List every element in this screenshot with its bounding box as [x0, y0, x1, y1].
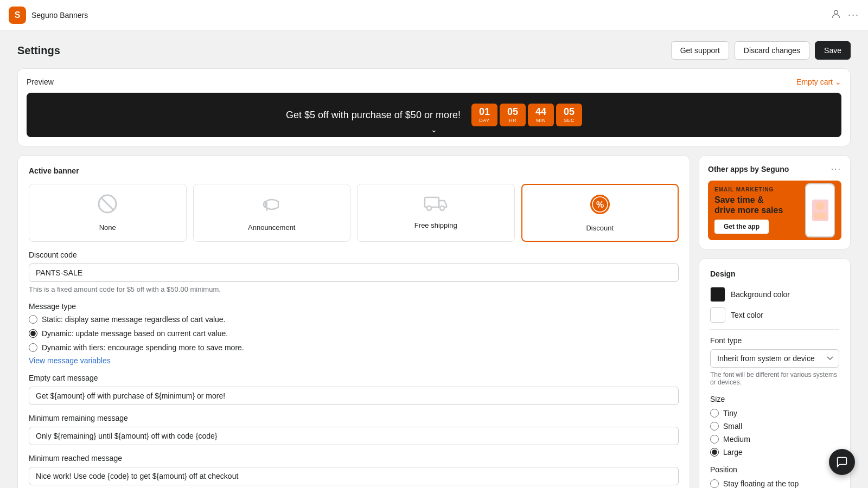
chat-button[interactable] — [829, 449, 855, 475]
preview-header: Preview Empty cart ⌄ — [27, 78, 841, 86]
design-card: Design Background color Text color Font … — [699, 258, 851, 488]
countdown: 01 DAY 05 HR 44 MIN 05 SEC — [471, 104, 582, 126]
font-type-select[interactable]: Inherit from system or device — [710, 349, 839, 368]
svg-rect-5 — [425, 197, 439, 207]
background-color-swatch[interactable] — [710, 287, 725, 302]
design-title: Design — [710, 269, 839, 278]
svg-point-0 — [834, 10, 838, 14]
font-hint: The font will be different for various s… — [710, 371, 839, 386]
svg-line-2 — [101, 197, 114, 210]
other-apps-header: Other apps by Seguno ··· — [708, 164, 841, 174]
empty-cart-message-section: Empty cart message — [29, 374, 679, 405]
size-small[interactable]: Small — [710, 422, 839, 431]
email-marketing-banner[interactable]: EMAIL MARKETING Save time &drive more sa… — [708, 181, 841, 240]
message-type-section: Message type Static: display same messag… — [29, 302, 679, 365]
active-banner-card: Active banner None — [17, 155, 690, 488]
countdown-sec-label: SEC — [561, 118, 577, 123]
countdown-hr-value: 05 — [505, 107, 520, 117]
svg-point-7 — [440, 206, 444, 210]
topbar-right: ··· — [831, 9, 859, 21]
background-color-row: Background color — [710, 287, 839, 302]
minimum-reached-input[interactable] — [29, 467, 679, 485]
countdown-hr-label: HR — [505, 118, 520, 123]
left-panel: Active banner None — [17, 155, 690, 488]
text-color-label: Text color — [731, 311, 763, 319]
text-color-swatch[interactable] — [710, 307, 725, 323]
position-section: Position Stay floating at the top — [710, 465, 839, 488]
size-tiny-radio[interactable] — [710, 409, 719, 418]
discard-changes-button[interactable]: Discard changes — [735, 41, 809, 60]
topbar-more-icon[interactable]: ··· — [848, 9, 859, 21]
banner-expand-icon[interactable]: ⌄ — [431, 125, 437, 134]
banner-type-none-label: None — [38, 223, 177, 232]
font-type-label: Font type — [710, 336, 839, 345]
countdown-min-value: 44 — [533, 107, 548, 117]
countdown-day-label: DAY — [477, 118, 492, 123]
minimum-reached-section: Minimum reached message — [29, 454, 679, 485]
banner-preview-text: Get $5 off with purchase of $50 or more! — [286, 110, 461, 121]
position-floating[interactable]: Stay floating at the top — [710, 479, 839, 488]
size-medium-radio[interactable] — [710, 435, 719, 444]
discount-code-section: Discount code This is a fixed amount cod… — [29, 251, 679, 293]
shipping-icon — [366, 193, 506, 217]
size-large[interactable]: Large — [710, 448, 839, 457]
size-section: Size Tiny Small Medium — [710, 395, 839, 457]
other-apps-more-icon[interactable]: ··· — [831, 164, 841, 174]
banner-type-discount[interactable]: % Discount — [521, 184, 679, 242]
size-medium[interactable]: Medium — [710, 435, 839, 444]
banner-preview: Get $5 off with purchase of $50 or more!… — [27, 93, 841, 137]
empty-cart-message-label: Empty cart message — [29, 374, 679, 382]
message-type-radio-group: Static: display same message regardless … — [29, 315, 679, 352]
topbar: S Seguno Banners ··· — [0, 0, 868, 30]
app-name: Seguno Banners — [31, 11, 88, 20]
countdown-min: 44 MIN — [528, 104, 554, 126]
message-type-dynamic-tiers[interactable]: Dynamic with tiers: encourage spending m… — [29, 343, 679, 352]
discount-code-input[interactable] — [29, 264, 679, 282]
countdown-sec: 05 SEC — [556, 104, 582, 126]
banner-type-none[interactable]: None — [29, 184, 187, 242]
size-small-radio[interactable] — [710, 422, 719, 431]
message-type-static-radio[interactable] — [29, 315, 37, 324]
get-support-button[interactable]: Get support — [671, 41, 729, 60]
message-type-static-label: Static: display same message regardless … — [42, 315, 226, 324]
size-large-radio[interactable] — [710, 448, 719, 457]
email-marketing-tag: EMAIL MARKETING — [714, 187, 835, 192]
position-floating-radio[interactable] — [710, 479, 719, 488]
message-type-dynamic-radio[interactable] — [29, 329, 37, 338]
empty-cart-button[interactable]: Empty cart ⌄ — [796, 78, 841, 86]
header-actions: Get support Discard changes Save — [671, 41, 851, 60]
none-icon — [38, 193, 177, 219]
main-content: Active banner None — [0, 155, 868, 488]
empty-cart-message-input[interactable] — [29, 387, 679, 405]
size-options: Tiny Small Medium Large — [710, 409, 839, 457]
empty-cart-label: Empty cart — [796, 78, 833, 86]
minimum-reached-label: Minimum reached message — [29, 454, 679, 463]
user-icon[interactable] — [831, 9, 841, 21]
active-banner-title: Active banner — [29, 166, 679, 175]
other-apps-card: Other apps by Seguno ··· EMAIL MARKETING… — [699, 155, 851, 249]
position-floating-label: Stay floating at the top — [723, 479, 799, 488]
banner-type-announcement[interactable]: Announcement — [193, 184, 351, 242]
email-marketing-get-app-button[interactable]: Get the app — [714, 220, 769, 234]
message-type-dynamic-label: Dynamic: update message based on current… — [42, 329, 228, 338]
message-type-dynamic-tiers-radio[interactable] — [29, 343, 37, 352]
message-type-dynamic[interactable]: Dynamic: update message based on current… — [29, 329, 679, 338]
banner-type-free-shipping[interactable]: Free shipping — [357, 184, 515, 242]
minimum-remaining-section: Minimum remaining message — [29, 414, 679, 445]
discount-code-label: Discount code — [29, 251, 679, 259]
chevron-down-icon: ⌄ — [835, 78, 841, 86]
right-panel: Other apps by Seguno ··· EMAIL MARKETING… — [699, 155, 851, 488]
countdown-day-value: 01 — [477, 107, 492, 117]
save-button[interactable]: Save — [815, 41, 851, 60]
countdown-sec-value: 05 — [561, 107, 577, 117]
view-message-variables-link[interactable]: View message variables — [29, 356, 111, 365]
message-type-static[interactable]: Static: display same message regardless … — [29, 315, 679, 324]
size-medium-label: Medium — [723, 435, 750, 444]
countdown-day: 01 DAY — [471, 104, 497, 126]
preview-label: Preview — [27, 78, 54, 86]
message-type-label: Message type — [29, 302, 679, 311]
svg-point-6 — [427, 206, 431, 210]
email-marketing-content: EMAIL MARKETING Save time &drive more sa… — [714, 187, 835, 234]
minimum-remaining-input[interactable] — [29, 427, 679, 445]
size-tiny[interactable]: Tiny — [710, 409, 839, 418]
